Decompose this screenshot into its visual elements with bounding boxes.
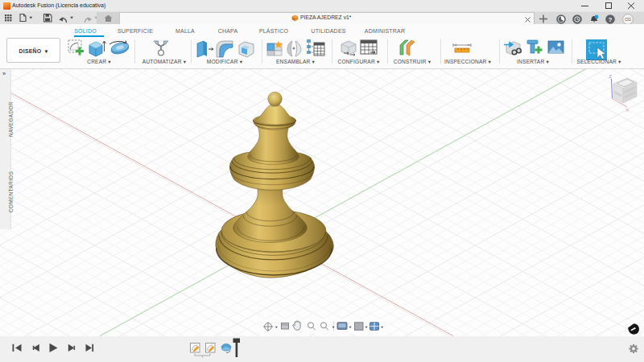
svg-text:X: X bbox=[626, 108, 630, 113]
svg-text:?: ? bbox=[609, 15, 613, 23]
svg-text:CG: CG bbox=[625, 17, 631, 22]
